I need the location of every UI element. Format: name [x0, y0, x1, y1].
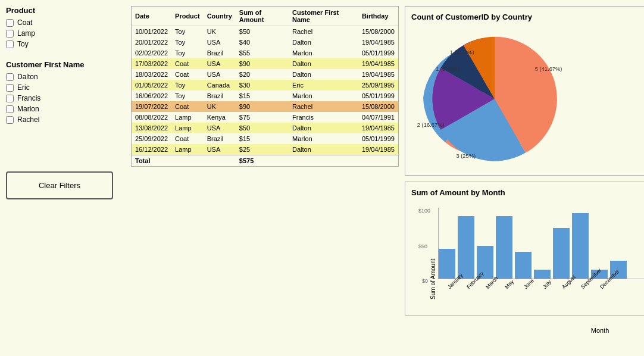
- bar-label-may: May: [504, 279, 515, 290]
- product-lamp-item[interactable]: Lamp: [6, 29, 125, 38]
- total-empty-1: [171, 155, 204, 167]
- customer-francis-checkbox[interactable]: [6, 95, 14, 102]
- y-axis-label: Sum of Amount: [430, 259, 436, 299]
- y-tick-50: $50: [418, 243, 427, 249]
- total-empty-2: [204, 155, 236, 167]
- product-toy-checkbox[interactable]: [6, 40, 14, 48]
- y-tick-100: $100: [418, 208, 430, 214]
- bar-july: [534, 270, 551, 279]
- center-panel: Date Product Country Sum of Amount Custo…: [131, 6, 399, 350]
- col-birthday: Birthday: [358, 7, 398, 26]
- customer-filter-section: Customer First Name Dalton Eric Francis …: [6, 60, 125, 126]
- customer-dalton-checkbox[interactable]: [6, 73, 14, 81]
- left-panel: Product Coat Lamp Toy Customer First Nam…: [6, 6, 125, 350]
- product-toy-item[interactable]: Toy: [6, 40, 125, 48]
- total-amount: $575: [236, 155, 289, 167]
- col-country: Country: [204, 7, 236, 26]
- table-row: 17/03/2022CoatUSA$90Dalton19/04/1985: [132, 58, 398, 69]
- customer-dalton-item[interactable]: Dalton: [6, 73, 125, 81]
- table-row: 13/08/2022LampUSA$50Dalton19/04/1985: [132, 123, 398, 133]
- col-customer: Customer First Name: [289, 7, 358, 26]
- table-total-row: Total $575: [132, 155, 398, 167]
- main-layout: Product Coat Lamp Toy Customer First Nam…: [0, 0, 644, 356]
- customer-rachel-item[interactable]: Rachel: [6, 115, 125, 124]
- col-date: Date: [132, 7, 171, 26]
- customer-marlon-label: Marlon: [17, 105, 39, 113]
- total-label: Total: [132, 155, 171, 167]
- clear-filters-button[interactable]: Clear Filters: [6, 171, 113, 199]
- bar-chart-area: [438, 208, 644, 279]
- bar-february: [458, 216, 474, 279]
- bar-chart-title: Sum of Amount by Month: [411, 188, 644, 197]
- customer-francis-label: Francis: [17, 94, 40, 102]
- table-row: 20/01/2022ToyUSA$40Dalton19/04/1985: [132, 37, 398, 48]
- product-lamp-checkbox[interactable]: [6, 30, 14, 38]
- table-header-row: Date Product Country Sum of Amount Custo…: [132, 7, 398, 26]
- product-coat-item[interactable]: Coat: [6, 18, 125, 27]
- y-tick-0: $0: [422, 278, 428, 284]
- customer-marlon-item[interactable]: Marlon: [6, 105, 125, 113]
- customer-dalton-label: Dalton: [17, 73, 38, 81]
- customer-eric-checkbox[interactable]: [6, 84, 14, 92]
- product-filter-title: Product: [6, 6, 125, 15]
- bar-august: [553, 228, 570, 279]
- table-row: 10/01/2022ToyUK$50Rachel15/08/2000: [132, 26, 398, 38]
- svg-text:3 (25%): 3 (25%): [456, 153, 476, 159]
- bar-chart-wrapper: Sum of Amount $100 $50 $0 JanuaryFebruar…: [411, 202, 644, 309]
- product-coat-label: Coat: [17, 18, 32, 27]
- bar-september: [572, 213, 589, 279]
- table-row: 19/07/2022CoatUK$90Rachel15/08/2000: [132, 101, 398, 112]
- table-row: 02/02/2022ToyBrazil$55Marlon05/01/1999: [132, 48, 398, 58]
- bar-june: [515, 252, 532, 279]
- svg-text:1 (8.33%): 1 (8.33%): [450, 49, 474, 55]
- col-product: Product: [171, 7, 204, 26]
- customer-francis-item[interactable]: Francis: [6, 94, 125, 102]
- right-panel: Count of CustomerID by Country: [405, 6, 644, 350]
- x-axis-title: Month: [438, 327, 644, 334]
- pie-chart-box: Count of CustomerID by Country: [405, 6, 644, 176]
- col-amount: Sum of Amount: [236, 7, 289, 26]
- pie-container: 5 (41.67%) 3 (25%) 2 (16.67%) 1 (8.33%) …: [411, 26, 644, 169]
- svg-text:1 (8.33%): 1 (8.33%): [436, 66, 460, 72]
- customer-eric-label: Eric: [17, 83, 30, 92]
- customer-marlon-checkbox[interactable]: [6, 105, 14, 113]
- table-row: 08/08/2022LampKenya$75Francis04/07/1991: [132, 112, 398, 123]
- bar-chart-box: Sum of Amount by Month Sum of Amount $10…: [405, 182, 644, 316]
- customer-filter-title: Customer First Name: [6, 60, 125, 69]
- product-lamp-label: Lamp: [17, 29, 35, 38]
- svg-text:2 (16.67%): 2 (16.67%): [417, 122, 445, 128]
- table-row: 18/03/2022CoatUSA$20Dalton19/04/1985: [132, 69, 398, 80]
- table-row: 01/05/2022ToyCanada$30Eric25/09/1995: [132, 80, 398, 90]
- customer-rachel-checkbox[interactable]: [6, 116, 14, 124]
- bar-labels: JanuaryFebruaryMarchMayJuneJulyAugustSep…: [438, 282, 644, 308]
- svg-text:5 (41.67%): 5 (41.67%): [535, 66, 562, 72]
- table-row: 16/06/2022ToyBrazil$15Marlon05/01/1999: [132, 90, 398, 101]
- product-filter-section: Product Coat Lamp Toy: [6, 6, 125, 51]
- pie-chart-svg-proper: 5 (41.67%) 3 (25%) 2 (16.67%) 1 (8.33%) …: [411, 24, 578, 173]
- total-empty-4: [358, 155, 398, 167]
- product-toy-label: Toy: [17, 40, 29, 48]
- customer-eric-item[interactable]: Eric: [6, 83, 125, 92]
- total-empty-3: [289, 155, 358, 167]
- bar-january: [439, 249, 455, 279]
- data-table: Date Product Country Sum of Amount Custo…: [132, 7, 398, 166]
- customer-rachel-label: Rachel: [17, 115, 39, 124]
- table-row: 16/12/2022LampUSA$25Dalton19/04/1985: [132, 144, 398, 155]
- product-coat-checkbox[interactable]: [6, 19, 14, 27]
- pie-chart-title: Count of CustomerID by Country: [411, 13, 644, 21]
- table-row: 25/09/2022CoatBrazil$15Marlon05/01/1999: [132, 133, 398, 144]
- bar-may: [496, 216, 512, 279]
- bar-label-july: July: [542, 279, 552, 290]
- data-table-wrapper: Date Product Country Sum of Amount Custo…: [131, 6, 399, 167]
- bar-chart-container: Sum of Amount $100 $50 $0 JanuaryFebruar…: [411, 202, 644, 309]
